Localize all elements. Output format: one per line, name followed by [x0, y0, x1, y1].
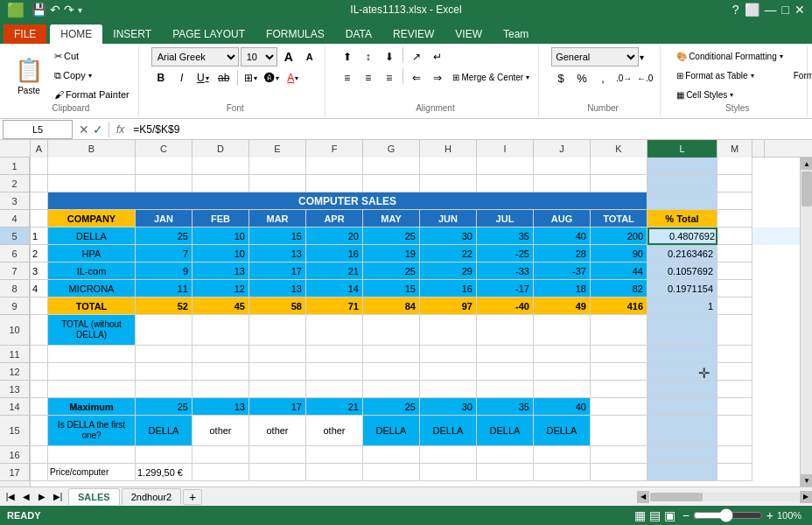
sheet-scroll-prev-btn[interactable]: ◀ — [19, 490, 33, 504]
cell-i17[interactable] — [477, 464, 534, 481]
cell-styles-btn[interactable]: ▦ Cell Styles ▾ — [673, 86, 787, 103]
cell-h10[interactable] — [420, 315, 477, 346]
cell-a13[interactable] — [31, 381, 48, 398]
cell-d13[interactable] — [192, 381, 249, 398]
cell-k7[interactable]: 44 — [591, 262, 648, 280]
cell-c10[interactable] — [136, 315, 192, 346]
cell-j2[interactable] — [534, 175, 591, 192]
cut-button[interactable]: ✂Cut — [51, 47, 133, 65]
cell-b7[interactable]: IL-com — [48, 262, 136, 280]
angle-text-btn[interactable]: ↗ — [407, 47, 426, 66]
cell-k13[interactable] — [591, 381, 648, 398]
merge-dropdown[interactable]: ▾ — [526, 74, 529, 81]
cell-d10[interactable] — [192, 315, 249, 346]
strikethrough-btn[interactable]: ab — [214, 68, 234, 88]
format-painter-button[interactable]: 🖌Format Painter — [51, 86, 133, 103]
cell-i15[interactable]: DELLA — [477, 416, 534, 446]
cell-e9[interactable]: 58 — [249, 298, 306, 315]
row-num-16[interactable]: 16 — [0, 446, 30, 464]
cell-f16[interactable] — [306, 446, 363, 464]
cell-l10[interactable] — [648, 315, 718, 346]
center-align-btn[interactable]: ≡ — [359, 68, 378, 88]
cell-f11[interactable] — [306, 346, 363, 363]
cell-m5[interactable] — [718, 228, 752, 245]
col-header-l[interactable]: L — [648, 140, 718, 158]
cell-i13[interactable] — [477, 381, 534, 398]
cell-b15[interactable]: Is DELLA the first one? — [48, 416, 136, 446]
format-as-table-btn[interactable]: ⊞ Format as Table ▾ — [673, 66, 787, 84]
cell-c13[interactable] — [136, 381, 192, 398]
row-num-15[interactable]: 15 — [0, 416, 30, 446]
cell-i12[interactable] — [477, 363, 534, 381]
cell-d2[interactable] — [192, 175, 249, 192]
cell-b12[interactable] — [48, 363, 136, 381]
cell-m15[interactable] — [718, 416, 752, 446]
cell-m16[interactable] — [718, 446, 752, 464]
currency-btn[interactable]: $ — [551, 68, 570, 88]
sheet-tab-sales[interactable]: SALES — [68, 488, 120, 505]
cell-m11[interactable] — [718, 346, 752, 363]
tab-data[interactable]: DATA — [335, 24, 382, 44]
cell-l12[interactable]: ✛ — [648, 363, 718, 381]
tab-page-layout[interactable]: PAGE LAYOUT — [162, 24, 256, 44]
cell-c16[interactable] — [136, 446, 192, 464]
cell-g16[interactable] — [363, 446, 420, 464]
cell-e4[interactable]: MAR — [249, 210, 306, 228]
cell-m7[interactable] — [718, 262, 752, 280]
cell-f2[interactable] — [306, 175, 363, 192]
cell-c11[interactable] — [136, 346, 192, 363]
cell-b11[interactable] — [48, 346, 136, 363]
cell-e11[interactable] — [249, 346, 306, 363]
cell-d14[interactable]: 13 — [192, 398, 249, 416]
copy-dropdown[interactable]: ▾ — [88, 72, 92, 80]
scroll-track[interactable] — [801, 170, 812, 474]
cell-k15[interactable] — [591, 416, 648, 446]
merge-center-btn[interactable]: ⊞ Merge & Center ▾ — [449, 68, 533, 86]
comma-btn[interactable]: , — [593, 68, 612, 88]
cell-c12[interactable] — [136, 363, 192, 381]
cell-c2[interactable] — [136, 175, 192, 192]
cell-j12[interactable] — [534, 363, 591, 381]
cell-i1[interactable] — [477, 158, 534, 175]
cell-f17[interactable] — [306, 464, 363, 481]
percent-btn[interactable]: % — [572, 68, 592, 88]
cell-e2[interactable] — [249, 175, 306, 192]
row-num-14[interactable]: 14 — [0, 398, 30, 416]
align-top-btn[interactable]: ⬆ — [338, 47, 357, 66]
borders-btn[interactable]: ⊞▾ — [242, 68, 261, 88]
cell-i6[interactable]: -25 — [477, 245, 534, 262]
cell-g6[interactable]: 19 — [363, 245, 420, 262]
cell-h12[interactable] — [420, 363, 477, 381]
cell-h7[interactable]: 29 — [420, 262, 477, 280]
cell-g5[interactable]: 25 — [363, 228, 420, 245]
cell-k10[interactable] — [591, 315, 648, 346]
cell-e16[interactable] — [249, 446, 306, 464]
borders-dropdown[interactable]: ▾ — [254, 74, 257, 82]
cell-a3[interactable] — [31, 192, 48, 210]
row-num-11[interactable]: 11 — [0, 346, 30, 363]
cell-l16[interactable] — [648, 446, 718, 464]
cell-a8[interactable]: 4 — [31, 280, 48, 298]
cell-a11[interactable] — [31, 346, 48, 363]
increase-indent-btn[interactable]: ⇒ — [428, 68, 447, 88]
increase-decimal-btn[interactable]: .0→ — [614, 68, 634, 88]
cell-l15[interactable] — [648, 416, 718, 446]
cell-a5[interactable]: 1 — [31, 228, 48, 245]
cell-e15[interactable]: other — [249, 416, 306, 446]
redo-btn[interactable]: ↷ — [64, 3, 74, 17]
cell-g15[interactable]: DELLA — [363, 416, 420, 446]
cell-m1[interactable] — [718, 158, 752, 175]
cell-d1[interactable] — [192, 158, 249, 175]
cell-g12[interactable] — [363, 363, 420, 381]
cell-k14[interactable] — [591, 398, 648, 416]
scroll-right-btn[interactable]: ▶ — [800, 491, 812, 503]
cell-m13[interactable] — [718, 381, 752, 398]
cell-k6[interactable]: 90 — [591, 245, 648, 262]
cell-j16[interactable] — [534, 446, 591, 464]
cell-j10[interactable] — [534, 315, 591, 346]
cell-a4[interactable] — [31, 210, 48, 228]
cell-c4[interactable]: JAN — [136, 210, 192, 228]
cell-j8[interactable]: 18 — [534, 280, 591, 298]
qat-dropdown[interactable]: ▾ — [78, 5, 82, 15]
cell-l14[interactable] — [648, 398, 718, 416]
